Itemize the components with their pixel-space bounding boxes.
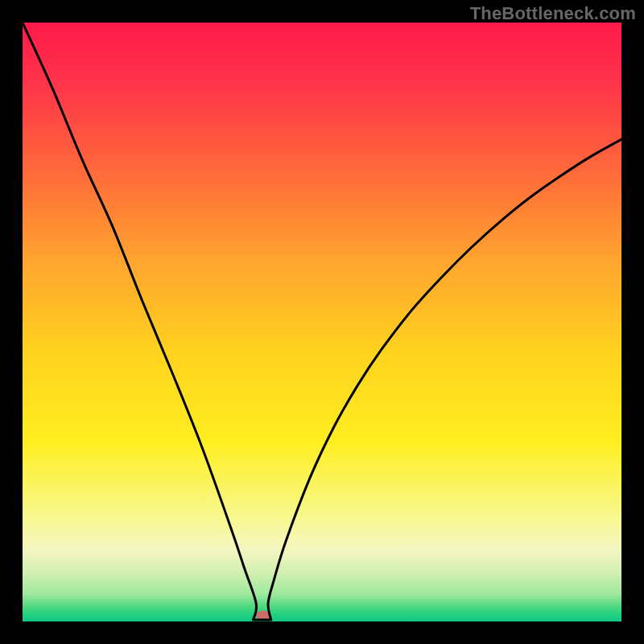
plot-area [23, 23, 621, 621]
gradient-background [23, 23, 621, 621]
chart-frame: TheBottleneck.com [0, 0, 644, 644]
chart-svg [23, 23, 621, 621]
watermark-text: TheBottleneck.com [470, 3, 636, 24]
